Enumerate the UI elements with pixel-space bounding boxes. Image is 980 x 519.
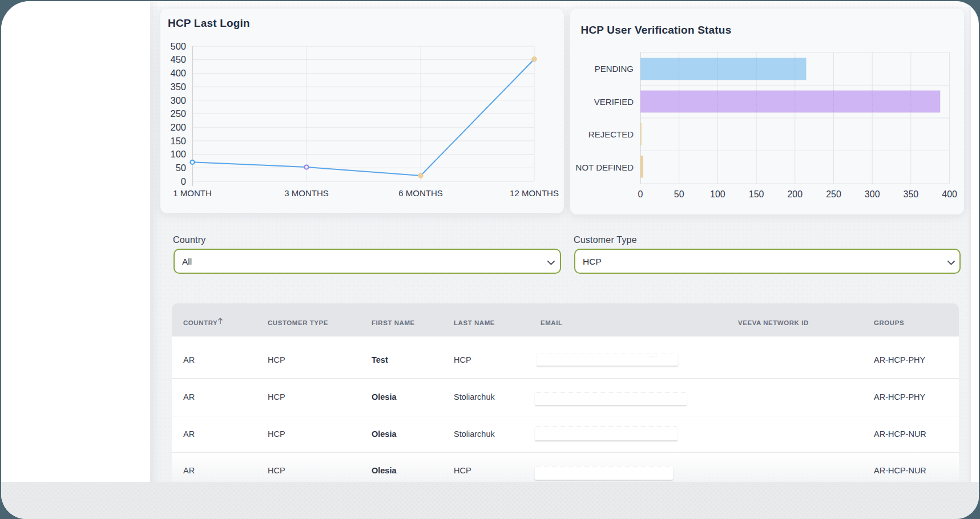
svg-text:200: 200 (170, 122, 186, 132)
svg-text:300: 300 (170, 95, 186, 106)
svg-text:0: 0 (638, 189, 643, 199)
svg-text:REJECTED: REJECTED (588, 129, 634, 139)
svg-text:150: 150 (170, 136, 186, 146)
svg-text:3 MONTHS: 3 MONTHS (284, 188, 329, 198)
svg-text:150: 150 (749, 189, 764, 199)
svg-text:250: 250 (826, 189, 841, 199)
svg-text:100: 100 (710, 189, 725, 199)
svg-text:400: 400 (942, 189, 957, 199)
svg-text:400: 400 (170, 68, 186, 78)
svg-text:250: 250 (170, 108, 186, 119)
svg-text:6 MONTHS: 6 MONTHS (398, 188, 443, 198)
svg-text:200: 200 (787, 189, 802, 199)
svg-text:NOT DEFINED: NOT DEFINED (576, 163, 634, 172)
svg-text:350: 350 (170, 82, 186, 92)
svg-text:VERIFIED: VERIFIED (594, 97, 634, 107)
svg-text:500: 500 (170, 41, 186, 51)
svg-text:PENDING: PENDING (595, 64, 634, 74)
svg-text:50: 50 (176, 163, 186, 173)
svg-text:300: 300 (865, 189, 880, 199)
svg-text:12 MONTHS: 12 MONTHS (510, 188, 559, 198)
svg-text:100: 100 (170, 149, 186, 159)
svg-text:350: 350 (904, 189, 919, 199)
svg-text:0: 0 (181, 176, 186, 186)
svg-text:1 MONTH: 1 MONTH (173, 188, 212, 198)
svg-text:450: 450 (170, 54, 186, 64)
svg-text:50: 50 (674, 189, 684, 199)
